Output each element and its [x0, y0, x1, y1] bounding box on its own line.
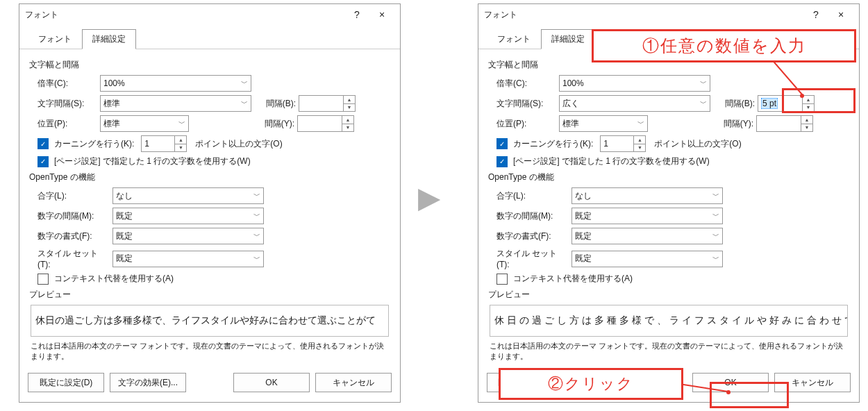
interval-y-label: 間隔(Y): — [651, 118, 753, 130]
spacing-combo[interactable]: 標準 ﹀ — [100, 95, 251, 112]
spin-down-icon[interactable]: ▼ — [175, 144, 186, 152]
row-ligature: 合字(L): なし ﹀ — [490, 187, 848, 204]
section-preview: プレビュー — [29, 289, 389, 301]
spin-up-icon[interactable]: ▲ — [634, 136, 645, 144]
section-opentype: OpenType の機能 — [29, 171, 389, 183]
text-effects-button[interactable]: 文字の効果(E)... — [110, 373, 186, 392]
interval-b-spinner[interactable]: 5 pt ▲ ▼ — [758, 95, 815, 112]
interval-y-spinner[interactable]: ▲ ▼ — [297, 115, 354, 132]
position-label: 位置(P): — [37, 118, 97, 130]
context-checkbox[interactable] — [496, 274, 508, 285]
pagegrid-checkbox[interactable]: ✓ — [496, 156, 508, 167]
default-button[interactable]: 既定に設定(D) — [28, 373, 104, 392]
pagegrid-checkbox[interactable]: ✓ — [37, 156, 49, 167]
spinner-buttons[interactable]: ▲ ▼ — [633, 136, 645, 151]
row-numspace: 数字の間隔(M): 既定 ﹀ — [490, 208, 848, 224]
close-button[interactable]: × — [828, 6, 853, 23]
spinner-buttons[interactable]: ▲ ▼ — [801, 116, 812, 131]
row-pagegrid: ✓ [ページ設定] で指定した 1 行の文字数を使用する(W) — [490, 156, 848, 167]
chevron-down-icon: ﹀ — [241, 99, 248, 108]
scale-value: 100% — [562, 78, 584, 88]
cancel-button[interactable]: キャンセル — [315, 373, 392, 392]
kerning-suffix: ポイント以上の文字(O) — [195, 138, 282, 150]
pagegrid-label: [ページ設定] で指定した 1 行の文字数を使用する(W) — [513, 156, 710, 167]
spinner-buttons[interactable]: ▲ ▼ — [174, 136, 186, 151]
interval-y-spinner[interactable]: ▲ ▼ — [756, 115, 813, 132]
ligature-combo[interactable]: なし ﹀ — [112, 187, 264, 204]
spin-down-icon[interactable]: ▼ — [801, 124, 812, 132]
numform-combo[interactable]: 既定 ﹀ — [571, 228, 723, 244]
titlebar: フォント ? × — [19, 4, 400, 25]
ligature-combo[interactable]: なし ﹀ — [571, 187, 723, 204]
cancel-button[interactable]: キャンセル — [774, 373, 851, 392]
context-checkbox[interactable] — [37, 274, 49, 285]
ligature-label: 合字(L): — [37, 190, 110, 202]
styleset-value: 既定 — [116, 253, 133, 265]
row-kerning: ✓ カーニングを行う(K): 1 ▲ ▼ ポイント以上の文字(O) — [31, 135, 389, 152]
row-position: 位置(P): 標準 ﹀ 間隔(Y): ▲ ▼ — [31, 115, 389, 132]
spinner-buttons[interactable]: ▲ ▼ — [802, 96, 814, 111]
kerning-checkbox[interactable]: ✓ — [37, 138, 49, 149]
row-numform: 数字の書式(F): 既定 ﹀ — [31, 228, 389, 244]
arrow-dot-icon — [726, 390, 731, 394]
kerning-spinner[interactable]: 1 ▲ ▼ — [600, 135, 646, 152]
spin-up-icon[interactable]: ▲ — [803, 96, 814, 104]
spacing-value: 広く — [562, 98, 579, 110]
position-combo[interactable]: 標準 ﹀ — [100, 115, 189, 132]
row-position: 位置(P): 標準 ﹀ 間隔(Y): ▲ ▼ — [490, 115, 848, 132]
styleset-combo[interactable]: 既定 ﹀ — [112, 251, 264, 267]
kerning-checkbox[interactable]: ✓ — [496, 138, 508, 149]
annotation-1: ①任意の数値を入力 — [592, 29, 856, 62]
chevron-down-icon: ﹀ — [712, 254, 719, 264]
ok-button[interactable]: OK — [692, 373, 769, 392]
kerning-spinner[interactable]: 1 ▲ ▼ — [141, 135, 187, 152]
numspace-combo[interactable]: 既定 ﹀ — [571, 208, 723, 224]
spin-up-icon[interactable]: ▲ — [801, 116, 812, 124]
row-scale: 倍率(C): 100% ﹀ — [31, 75, 389, 92]
spin-down-icon[interactable]: ▼ — [803, 104, 814, 112]
scale-combo[interactable]: 100% ﹀ — [559, 75, 710, 92]
interval-b-spinner[interactable]: ▲ ▼ — [299, 95, 356, 112]
tab-font[interactable]: フォント — [28, 29, 82, 49]
ok-button[interactable]: OK — [233, 373, 310, 392]
spin-up-icon[interactable]: ▲ — [342, 116, 353, 124]
numspace-label: 数字の間隔(M): — [37, 210, 110, 222]
help-button[interactable]: ? — [803, 6, 828, 23]
styleset-combo[interactable]: 既定 ﹀ — [571, 251, 723, 267]
kerning-suffix: ポイント以上の文字(O) — [654, 138, 741, 150]
spin-down-icon[interactable]: ▼ — [634, 144, 645, 152]
spacing-combo[interactable]: 広く ﹀ — [559, 95, 710, 112]
context-label: コンテキスト代替を使用する(A) — [54, 273, 174, 285]
ligature-label: 合字(L): — [496, 190, 569, 202]
numspace-combo[interactable]: 既定 ﹀ — [112, 208, 264, 224]
kerning-label: カーニングを行う(K): — [54, 138, 134, 150]
dialog-title: フォント — [484, 9, 803, 21]
arrow-dot-icon — [800, 94, 804, 98]
section-width-spacing: 文字幅と間隔 — [29, 59, 389, 71]
chevron-down-icon: ﹀ — [700, 99, 707, 108]
scale-combo[interactable]: 100% ﹀ — [100, 75, 251, 92]
spin-up-icon[interactable]: ▲ — [175, 136, 186, 144]
row-spacing: 文字間隔(S): 標準 ﹀ 間隔(B): ▲ ▼ — [31, 95, 389, 112]
tab-advanced[interactable]: 詳細設定 — [82, 29, 136, 49]
scale-label: 倍率(C): — [496, 78, 556, 90]
spinner-buttons[interactable]: ▲ ▼ — [343, 96, 355, 111]
context-label: コンテキスト代替を使用する(A) — [513, 273, 633, 285]
section-preview: プレビュー — [488, 289, 848, 301]
tab-advanced[interactable]: 詳細設定 — [541, 29, 595, 49]
progress-arrow-icon: ▶ — [418, 181, 440, 215]
close-button[interactable]: × — [369, 6, 394, 23]
spin-up-icon[interactable]: ▲ — [344, 96, 355, 104]
spin-down-icon[interactable]: ▼ — [344, 104, 355, 112]
position-value: 標準 — [103, 118, 120, 130]
spinner-buttons[interactable]: ▲ ▼ — [342, 116, 353, 131]
row-kerning: ✓ カーニングを行う(K): 1 ▲ ▼ ポイント以上の文字(O) — [490, 135, 848, 152]
numform-combo[interactable]: 既定 ﹀ — [112, 228, 264, 244]
annotation-2: ②クリック — [499, 368, 683, 400]
spin-down-icon[interactable]: ▼ — [342, 124, 353, 132]
help-button[interactable]: ? — [344, 6, 369, 23]
position-combo[interactable]: 標準 ﹀ — [559, 115, 648, 132]
tab-font[interactable]: フォント — [487, 29, 541, 49]
dialog-footer: 既定に設定(D) 文字の効果(E)... OK キャンセル — [19, 367, 400, 398]
numspace-value: 既定 — [116, 210, 133, 222]
